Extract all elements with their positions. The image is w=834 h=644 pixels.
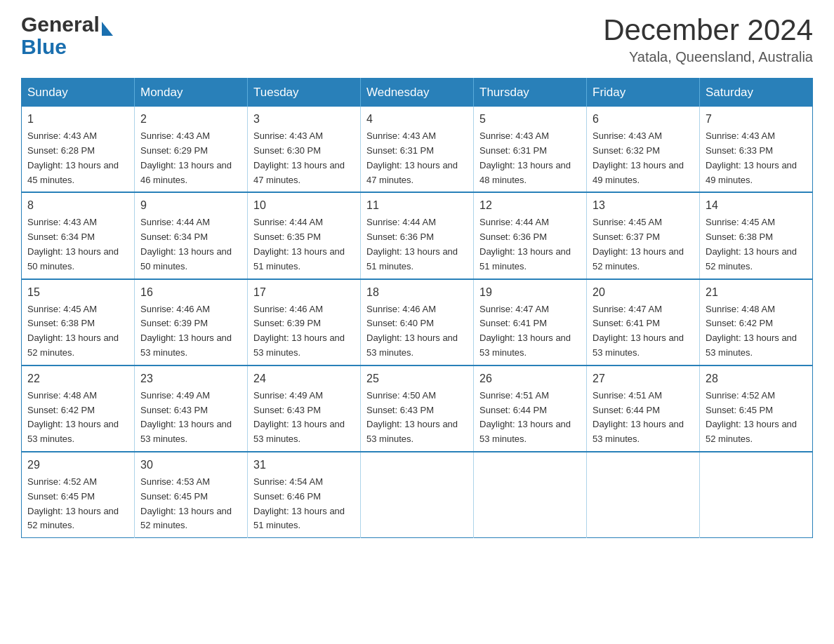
day-detail: Sunrise: 4:43 AMSunset: 6:29 PMDaylight:… [140, 130, 232, 185]
day-detail: Sunrise: 4:49 AMSunset: 6:43 PMDaylight:… [253, 390, 345, 444]
day-detail: Sunrise: 4:48 AMSunset: 6:42 PMDaylight:… [27, 390, 119, 444]
calendar-week-row: 29Sunrise: 4:52 AMSunset: 6:45 PMDayligh… [22, 452, 813, 538]
day-number: 31 [253, 457, 355, 474]
calendar-cell: 4Sunrise: 4:43 AMSunset: 6:31 PMDaylight… [361, 107, 474, 192]
calendar-cell: 5Sunrise: 4:43 AMSunset: 6:31 PMDaylight… [474, 107, 587, 192]
day-detail: Sunrise: 4:45 AMSunset: 6:37 PMDaylight:… [593, 217, 684, 271]
day-number: 5 [479, 111, 581, 128]
day-detail: Sunrise: 4:47 AMSunset: 6:41 PMDaylight:… [593, 304, 684, 358]
calendar-cell: 25Sunrise: 4:50 AMSunset: 6:43 PMDayligh… [361, 365, 474, 452]
day-detail: Sunrise: 4:47 AMSunset: 6:41 PMDaylight:… [479, 304, 571, 358]
day-number: 8 [27, 197, 128, 214]
day-header-friday: Friday [587, 79, 700, 107]
day-detail: Sunrise: 4:54 AMSunset: 6:46 PMDaylight:… [253, 476, 345, 530]
calendar-cell: 26Sunrise: 4:51 AMSunset: 6:44 PMDayligh… [474, 365, 587, 452]
calendar-header-row: SundayMondayTuesdayWednesdayThursdayFrid… [22, 79, 813, 107]
day-header-tuesday: Tuesday [248, 79, 361, 107]
calendar-cell: 17Sunrise: 4:46 AMSunset: 6:39 PMDayligh… [248, 279, 361, 365]
day-number: 2 [140, 111, 241, 128]
calendar-subtitle: Yatala, Queensland, Australia [603, 49, 813, 65]
day-number: 23 [140, 370, 241, 387]
day-detail: Sunrise: 4:44 AMSunset: 6:36 PMDaylight:… [366, 217, 458, 271]
day-number: 29 [27, 457, 128, 474]
day-detail: Sunrise: 4:43 AMSunset: 6:34 PMDaylight:… [27, 217, 119, 271]
calendar-cell: 2Sunrise: 4:43 AMSunset: 6:29 PMDaylight… [135, 107, 248, 192]
calendar-week-row: 1Sunrise: 4:43 AMSunset: 6:28 PMDaylight… [22, 107, 813, 192]
day-detail: Sunrise: 4:44 AMSunset: 6:35 PMDaylight:… [253, 217, 345, 271]
calendar-title: December 2024 [603, 14, 813, 46]
calendar-cell: 13Sunrise: 4:45 AMSunset: 6:37 PMDayligh… [587, 192, 700, 279]
day-number: 28 [706, 370, 807, 387]
day-header-thursday: Thursday [474, 79, 587, 107]
calendar-cell: 31Sunrise: 4:54 AMSunset: 6:46 PMDayligh… [248, 452, 361, 538]
calendar-table: SundayMondayTuesdayWednesdayThursdayFrid… [21, 78, 813, 538]
logo-blue-text: Blue [21, 35, 67, 58]
day-number: 12 [479, 197, 581, 214]
day-detail: Sunrise: 4:46 AMSunset: 6:39 PMDaylight:… [140, 304, 232, 358]
day-header-saturday: Saturday [700, 79, 813, 107]
day-detail: Sunrise: 4:46 AMSunset: 6:39 PMDaylight:… [253, 304, 345, 358]
day-detail: Sunrise: 4:53 AMSunset: 6:45 PMDaylight:… [140, 476, 232, 530]
calendar-cell: 16Sunrise: 4:46 AMSunset: 6:39 PMDayligh… [135, 279, 248, 365]
day-number: 22 [27, 370, 128, 387]
calendar-cell: 23Sunrise: 4:49 AMSunset: 6:43 PMDayligh… [135, 365, 248, 452]
calendar-cell: 14Sunrise: 4:45 AMSunset: 6:38 PMDayligh… [700, 192, 813, 279]
calendar-cell: 15Sunrise: 4:45 AMSunset: 6:38 PMDayligh… [22, 279, 135, 365]
day-number: 27 [593, 370, 694, 387]
day-number: 18 [366, 284, 468, 301]
calendar-cell: 21Sunrise: 4:48 AMSunset: 6:42 PMDayligh… [700, 279, 813, 365]
calendar-cell: 10Sunrise: 4:44 AMSunset: 6:35 PMDayligh… [248, 192, 361, 279]
calendar-cell: 6Sunrise: 4:43 AMSunset: 6:32 PMDaylight… [587, 107, 700, 192]
calendar-cell: 20Sunrise: 4:47 AMSunset: 6:41 PMDayligh… [587, 279, 700, 365]
day-detail: Sunrise: 4:49 AMSunset: 6:43 PMDaylight:… [140, 390, 232, 444]
day-detail: Sunrise: 4:51 AMSunset: 6:44 PMDaylight:… [479, 390, 571, 444]
day-number: 11 [366, 197, 468, 214]
day-number: 7 [706, 111, 807, 128]
calendar-week-row: 8Sunrise: 4:43 AMSunset: 6:34 PMDaylight… [22, 192, 813, 279]
day-detail: Sunrise: 4:44 AMSunset: 6:36 PMDaylight:… [479, 217, 571, 271]
calendar-cell [700, 452, 813, 538]
day-detail: Sunrise: 4:43 AMSunset: 6:30 PMDaylight:… [253, 130, 345, 185]
day-header-sunday: Sunday [22, 79, 135, 107]
calendar-cell: 3Sunrise: 4:43 AMSunset: 6:30 PMDaylight… [248, 107, 361, 192]
day-number: 20 [593, 284, 694, 301]
day-number: 10 [253, 197, 355, 214]
calendar-cell [587, 452, 700, 538]
calendar-cell: 12Sunrise: 4:44 AMSunset: 6:36 PMDayligh… [474, 192, 587, 279]
day-detail: Sunrise: 4:44 AMSunset: 6:34 PMDaylight:… [140, 217, 232, 271]
day-number: 24 [253, 370, 355, 387]
day-detail: Sunrise: 4:43 AMSunset: 6:28 PMDaylight:… [27, 130, 119, 185]
calendar-cell: 29Sunrise: 4:52 AMSunset: 6:45 PMDayligh… [22, 452, 135, 538]
calendar-week-row: 15Sunrise: 4:45 AMSunset: 6:38 PMDayligh… [22, 279, 813, 365]
calendar-cell: 28Sunrise: 4:52 AMSunset: 6:45 PMDayligh… [700, 365, 813, 452]
day-number: 9 [140, 197, 241, 214]
day-number: 17 [253, 284, 355, 301]
day-number: 21 [706, 284, 807, 301]
day-number: 30 [140, 457, 241, 474]
calendar-cell: 30Sunrise: 4:53 AMSunset: 6:45 PMDayligh… [135, 452, 248, 538]
day-detail: Sunrise: 4:43 AMSunset: 6:33 PMDaylight:… [706, 130, 797, 185]
day-detail: Sunrise: 4:46 AMSunset: 6:40 PMDaylight:… [366, 304, 458, 358]
day-number: 26 [479, 370, 581, 387]
day-detail: Sunrise: 4:45 AMSunset: 6:38 PMDaylight:… [706, 217, 797, 271]
day-number: 19 [479, 284, 581, 301]
title-section: December 2024 Yatala, Queensland, Austra… [603, 14, 813, 65]
calendar-cell: 9Sunrise: 4:44 AMSunset: 6:34 PMDaylight… [135, 192, 248, 279]
day-number: 14 [706, 197, 807, 214]
calendar-cell: 22Sunrise: 4:48 AMSunset: 6:42 PMDayligh… [22, 365, 135, 452]
day-detail: Sunrise: 4:43 AMSunset: 6:32 PMDaylight:… [593, 130, 684, 185]
calendar-cell: 19Sunrise: 4:47 AMSunset: 6:41 PMDayligh… [474, 279, 587, 365]
day-number: 16 [140, 284, 241, 301]
day-detail: Sunrise: 4:43 AMSunset: 6:31 PMDaylight:… [366, 130, 458, 185]
calendar-cell: 1Sunrise: 4:43 AMSunset: 6:28 PMDaylight… [22, 107, 135, 192]
calendar-cell: 11Sunrise: 4:44 AMSunset: 6:36 PMDayligh… [361, 192, 474, 279]
day-detail: Sunrise: 4:43 AMSunset: 6:31 PMDaylight:… [479, 130, 571, 185]
calendar-cell: 27Sunrise: 4:51 AMSunset: 6:44 PMDayligh… [587, 365, 700, 452]
day-number: 25 [366, 370, 468, 387]
logo-general-text: General [21, 14, 100, 35]
day-header-monday: Monday [135, 79, 248, 107]
day-detail: Sunrise: 4:52 AMSunset: 6:45 PMDaylight:… [27, 476, 119, 530]
day-header-wednesday: Wednesday [361, 79, 474, 107]
calendar-cell: 24Sunrise: 4:49 AMSunset: 6:43 PMDayligh… [248, 365, 361, 452]
calendar-cell: 8Sunrise: 4:43 AMSunset: 6:34 PMDaylight… [22, 192, 135, 279]
